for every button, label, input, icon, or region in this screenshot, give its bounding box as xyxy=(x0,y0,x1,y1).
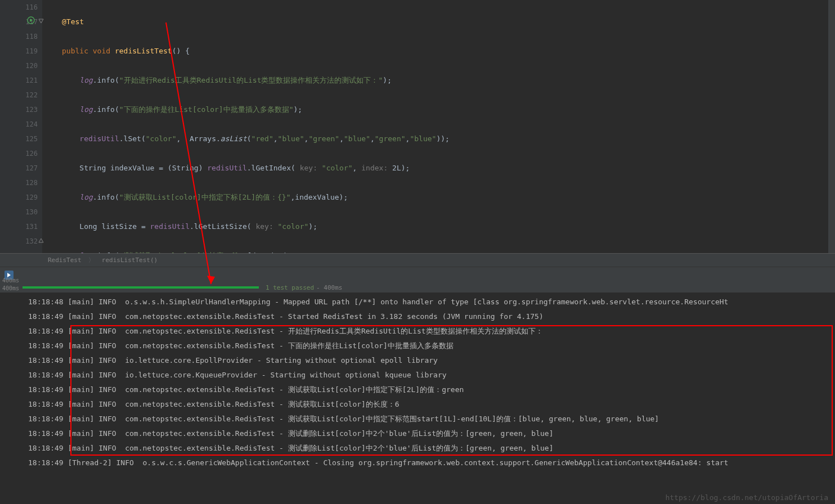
field: log xyxy=(79,76,92,84)
breadcrumb-separator-icon: 〉 xyxy=(88,256,95,264)
code-text: .info( xyxy=(93,105,119,114)
console-line: 18:18:49 [main] INFO com.netopstec.exten… xyxy=(28,339,829,353)
field: redisUtil xyxy=(79,134,119,143)
line-number: 131 xyxy=(0,219,38,234)
console-line: 18:18:49 [main] INFO io.lettuce.core.Epo… xyxy=(28,353,829,368)
code-text: , xyxy=(273,134,278,143)
console-line: 18:18:49 [main] INFO com.netopstec.exten… xyxy=(28,426,829,441)
string: "color" xyxy=(146,134,177,143)
line-number: 130 xyxy=(0,205,38,219)
code-text: () { xyxy=(172,47,190,55)
field: redisUtil xyxy=(207,164,246,172)
console-line: 18:18:48 [main] INFO o.s.w.s.h.SimpleUrl… xyxy=(28,295,829,309)
run-test-icon[interactable] xyxy=(27,16,35,24)
line-number: 123 xyxy=(0,102,38,117)
line-number: 128 xyxy=(0,176,38,190)
console-line: 18:18:49 [main] INFO com.netopstec.exten… xyxy=(28,324,829,339)
code-text: ); xyxy=(383,76,392,84)
line-number: 121 xyxy=(0,73,38,88)
test-time: - 400ms xyxy=(316,284,342,291)
code-editor[interactable]: 116 117 118 119 120 121 122 123 124 125 … xyxy=(0,0,835,253)
time-label: 400ms xyxy=(0,277,21,285)
line-number: 127 xyxy=(0,161,38,176)
code-text: , xyxy=(370,134,375,143)
code-text: .lGetIndex( xyxy=(247,164,300,172)
progress-track xyxy=(23,286,259,289)
console-line: 18:18:49 [main] INFO com.netopstec.exten… xyxy=(28,397,829,412)
vertical-scrollbar[interactable] xyxy=(828,0,835,253)
field: log xyxy=(79,193,92,201)
string: "green" xyxy=(375,134,406,143)
keyword: public void xyxy=(62,47,115,55)
line-number: 129 xyxy=(0,190,38,205)
code-text: .lGetListSize( xyxy=(190,222,255,231)
code-text: ); xyxy=(401,164,410,172)
test-status: 1 test passed xyxy=(266,284,314,291)
console-line: 18:18:49 [main] INFO com.netopstec.exten… xyxy=(28,382,829,397)
code-text: .info( xyxy=(93,193,119,201)
string: "下面的操作是往List[color]中批量插入多条数据" xyxy=(119,105,294,114)
param-hint: key: xyxy=(255,222,277,231)
code-text: ); xyxy=(308,222,317,231)
string: "测试获取List[color]中指定下标[2L]的值：{}" xyxy=(119,193,291,201)
console-output[interactable]: 18:18:48 [main] INFO o.s.w.s.h.SimpleUrl… xyxy=(0,292,835,472)
code-text: .info( xyxy=(93,251,119,253)
static-method: asList xyxy=(221,134,247,143)
line-number: 119 xyxy=(0,44,38,58)
breadcrumb-class[interactable]: RedisTest xyxy=(48,256,82,264)
line-number: 118 xyxy=(0,29,38,44)
code-text: , xyxy=(353,164,362,172)
run-toolbar xyxy=(0,267,835,282)
string: "开始进行Redis工具类RedisUtil的List类型数据操作相关方法的测试… xyxy=(119,76,383,84)
string: "color" xyxy=(278,222,309,231)
string: "blue" xyxy=(410,134,436,143)
code-content[interactable]: @Test public void redisListTest() { log.… xyxy=(42,0,835,253)
string: "测试获取List[color]的长度：{}" xyxy=(119,251,244,253)
code-text: .lSet( xyxy=(119,134,146,143)
code-text: ,indexValue); xyxy=(290,193,348,201)
breadcrumb-method[interactable]: redisListTest() xyxy=(102,256,158,264)
string: "blue" xyxy=(278,134,304,143)
breadcrumb[interactable]: RedisTest 〉 redisListTest() xyxy=(0,253,835,267)
field: redisUtil xyxy=(150,222,190,231)
time-label: 400ms xyxy=(0,285,21,292)
line-number: 122 xyxy=(0,88,38,102)
watermark-text: https://blog.csdn.net/utopiaOfArtoria xyxy=(665,493,828,502)
param-hint: key: xyxy=(300,164,322,172)
code-text: , Arrays. xyxy=(177,134,221,143)
console-line: 18:18:49 [main] INFO io.lettuce.core.Kqu… xyxy=(28,368,829,382)
console-line: 18:18:49 [main] INFO com.netopstec.exten… xyxy=(28,441,829,456)
console-line: 18:18:49 [main] INFO com.netopstec.exten… xyxy=(28,309,829,324)
code-text: .info( xyxy=(93,76,119,84)
field: log xyxy=(79,251,92,253)
code-text: Long listSize = xyxy=(79,222,150,231)
string: "green" xyxy=(308,134,339,143)
console-line: 18:18:49 [Thread-2] INFO o.s.w.c.s.Gener… xyxy=(28,456,829,470)
line-number: 124 xyxy=(0,117,38,132)
code-text: ); xyxy=(294,105,303,114)
console-line: 18:18:49 [main] INFO com.netopstec.exten… xyxy=(28,412,829,426)
param-hint: index: xyxy=(361,164,392,172)
code-text: ,listSize); xyxy=(244,251,292,253)
line-number: 120 xyxy=(0,58,38,73)
annotation: @Test xyxy=(62,17,84,26)
string: "blue" xyxy=(344,134,370,143)
line-number: 125 xyxy=(0,132,38,146)
code-text: 2L xyxy=(392,164,401,172)
code-text: String indexValue = (String) xyxy=(79,164,207,172)
line-gutter: 116 117 118 119 120 121 122 123 124 125 … xyxy=(0,0,42,253)
code-text: ( xyxy=(247,134,252,143)
test-progress-bar: 400ms 400ms 1 test passed - 400ms xyxy=(0,282,835,292)
line-number: 132 xyxy=(0,234,38,249)
string: "color" xyxy=(322,164,353,172)
field: log xyxy=(79,105,92,114)
code-text: , xyxy=(339,134,344,143)
line-number: 126 xyxy=(0,146,38,161)
string: "red" xyxy=(252,134,273,143)
code-text: )); xyxy=(436,134,449,143)
method-name: redisListTest xyxy=(115,47,172,55)
line-number: 116 xyxy=(0,0,38,15)
